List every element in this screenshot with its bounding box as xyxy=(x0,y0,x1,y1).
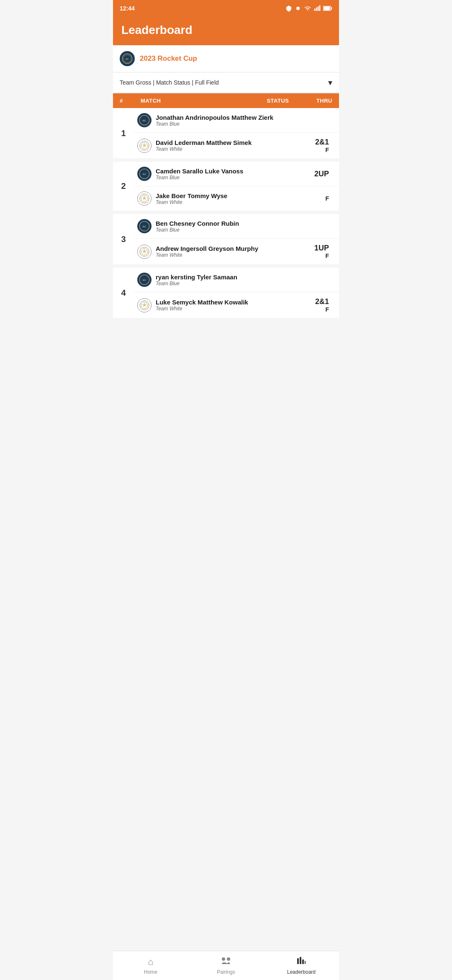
team-name-white-3: Team White xyxy=(156,252,298,258)
thru-4: F xyxy=(325,306,329,313)
match-teams-4: RC ryan kersting Tyler Samaan Team Blue xyxy=(134,268,339,318)
team-logo-white-1 xyxy=(137,139,152,153)
tournament-logo: RC xyxy=(120,51,135,66)
thru-3: F xyxy=(325,253,329,259)
nav-leaderboard-label: Leaderboard xyxy=(287,969,316,975)
col-status: STATUS xyxy=(257,98,299,104)
team-name-white-4: Team White xyxy=(156,306,298,312)
match-number-3: 3 xyxy=(113,214,134,264)
player-info-blue-3: Ben Chesney Connor Rubin Team Blue xyxy=(156,220,336,233)
result-4: 2&1 F xyxy=(302,297,336,313)
pairings-icon xyxy=(221,957,231,967)
svg-rect-29 xyxy=(297,958,299,964)
player-info-white-1: David Lederman Matthew Simek Team White xyxy=(156,139,298,152)
thru-2: F xyxy=(325,195,329,202)
tournament-selector[interactable]: RC 2023 Rocket Cup xyxy=(113,45,339,72)
thru-1: F xyxy=(325,147,329,153)
svg-text:RC: RC xyxy=(126,58,129,60)
player-info-white-3: Andrew Ingersoll Greyson Murphy Team Whi… xyxy=(156,245,298,258)
match-number-2: 2 xyxy=(113,162,134,211)
table-header: # MATCH STATUS THRU xyxy=(113,93,339,108)
team-blue-4: RC ryan kersting Tyler Samaan Team Blue xyxy=(134,268,339,292)
team-white-2: Jake Boer Tommy Wyse Team White F xyxy=(134,186,339,211)
content-area: RC 2023 Rocket Cup Team Gross | Match St… xyxy=(113,45,339,355)
nav-pairings-label: Pairings xyxy=(217,969,235,975)
player-info-blue-1: Jonathan Andrinopoulos Matthew Zierk Tea… xyxy=(156,114,336,127)
match-group-3: 3 RC Ben Chesney Connor Rubin Team Blue xyxy=(113,214,339,264)
score-3: 1UP xyxy=(314,244,329,253)
team-logo-white-3 xyxy=(137,245,152,259)
result-1: 2&1 F xyxy=(302,138,336,153)
team-white-1: David Lederman Matthew Simek Team White … xyxy=(134,132,339,158)
match-teams-3: RC Ben Chesney Connor Rubin Team Blue xyxy=(134,214,339,264)
col-match: MATCH xyxy=(141,98,257,104)
nav-pairings[interactable]: Pairings xyxy=(188,951,264,980)
home-icon: ⌂ xyxy=(148,957,153,967)
svg-rect-2 xyxy=(316,8,317,11)
result-2-bottom: F xyxy=(302,195,336,202)
chevron-down-icon[interactable]: ▾ xyxy=(328,77,332,88)
svg-rect-30 xyxy=(300,957,301,964)
col-number: # xyxy=(120,98,141,104)
player-names-white-3: Andrew Ingersoll Greyson Murphy xyxy=(156,245,298,252)
team-logo-blue-2: RC xyxy=(137,167,152,181)
team-name-white-1: Team White xyxy=(156,146,298,152)
player-names-white-1: David Lederman Matthew Simek xyxy=(156,139,298,146)
player-names-blue-2: Camden Sarallo Luke Vanoss xyxy=(156,168,298,175)
wifi-icon xyxy=(304,5,311,12)
svg-point-0 xyxy=(296,7,300,10)
player-names-blue-4: ryan kersting Tyler Samaan xyxy=(156,273,336,281)
nav-home-label: Home xyxy=(144,969,157,975)
player-info-white-4: Luke Semyck Matthew Kowalik Team White xyxy=(156,299,298,312)
team-name-blue-2: Team Blue xyxy=(156,175,298,181)
player-info-white-2: Jake Boer Tommy Wyse Team White xyxy=(156,192,298,205)
tournament-name: 2023 Rocket Cup xyxy=(140,54,332,63)
player-info-blue-4: ryan kersting Tyler Samaan Team Blue xyxy=(156,273,336,286)
svg-text:RC: RC xyxy=(143,225,146,228)
team-name-blue-4: Team Blue xyxy=(156,281,336,286)
team-logo-white-2 xyxy=(137,191,152,206)
team-logo-blue-1: RC xyxy=(137,113,152,127)
svg-rect-7 xyxy=(324,6,330,10)
svg-point-27 xyxy=(222,957,225,961)
svg-rect-31 xyxy=(302,959,304,964)
match-group-4: 4 RC ryan kersting Tyler Samaan Team Blu… xyxy=(113,268,339,318)
status-bar: 12:44 xyxy=(113,0,339,17)
svg-point-28 xyxy=(227,957,230,961)
svg-text:RC: RC xyxy=(143,279,146,281)
svg-rect-32 xyxy=(305,961,306,964)
bottom-nav: ⌂ Home Pairings Leaderboard xyxy=(113,951,339,980)
team-blue-1: RC Jonathan Andrinopoulos Matthew Zierk … xyxy=(134,108,339,132)
nav-leaderboard[interactable]: Leaderboard xyxy=(264,951,339,980)
col-thru: THRU xyxy=(299,98,332,104)
battery-icon xyxy=(323,6,332,11)
player-names-white-2: Jake Boer Tommy Wyse xyxy=(156,192,298,199)
filter-bar[interactable]: Team Gross | Match Status | Full Field ▾ xyxy=(113,72,339,93)
status-time: 12:44 xyxy=(120,5,135,12)
match-teams-1: RC Jonathan Andrinopoulos Matthew Zierk … xyxy=(134,108,339,158)
player-names-blue-1: Jonathan Andrinopoulos Matthew Zierk xyxy=(156,114,336,121)
score-1: 2&1 xyxy=(315,138,329,147)
filter-label: Team Gross | Match Status | Full Field xyxy=(120,79,219,86)
match-number-4: 4 xyxy=(113,268,134,318)
page-title: Leaderboard xyxy=(121,23,331,37)
team-white-3: Andrew Ingersoll Greyson Murphy Team Whi… xyxy=(134,238,339,264)
team-name-white-2: Team White xyxy=(156,199,298,205)
match-group-1: 1 RC Jonathan Andrinopoulos Matthew Zier… xyxy=(113,108,339,158)
svg-text:RC: RC xyxy=(143,119,146,122)
nav-home[interactable]: ⌂ Home xyxy=(113,951,188,980)
team-name-blue-3: Team Blue xyxy=(156,227,336,233)
svg-rect-4 xyxy=(319,5,321,11)
status-icons xyxy=(285,5,332,12)
team-logo-white-4 xyxy=(137,298,152,312)
match-number-1: 1 xyxy=(113,108,134,158)
team-name-blue-1: Team Blue xyxy=(156,121,336,127)
svg-rect-6 xyxy=(331,7,332,9)
team-white-4: Luke Semyck Matthew Kowalik Team White 2… xyxy=(134,292,339,318)
signal-icon xyxy=(314,5,321,12)
result-3: 1UP F xyxy=(302,244,336,259)
score-2: 2UP xyxy=(314,170,329,178)
player-info-blue-2: Camden Sarallo Luke Vanoss Team Blue xyxy=(156,168,298,181)
svg-rect-3 xyxy=(318,6,319,11)
leaderboard-icon xyxy=(297,957,306,967)
